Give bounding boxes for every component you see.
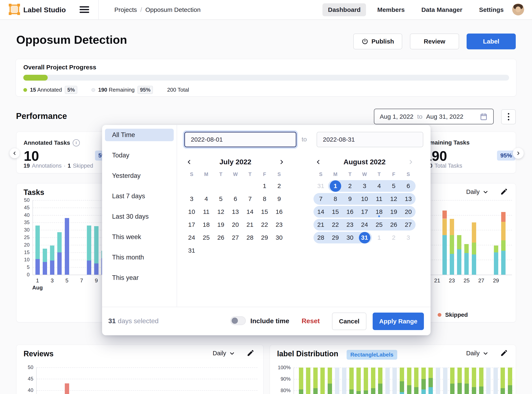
calendar-day-17[interactable]: 17 xyxy=(184,219,199,231)
calendar-day-31[interactable]: 31 xyxy=(313,180,328,192)
date-range-trigger[interactable]: Aug 1, 2022 to Aug 31, 2022 xyxy=(374,109,494,124)
edit-chart-icon[interactable] xyxy=(500,349,508,357)
preset-today[interactable]: Today xyxy=(105,149,174,162)
label-button[interactable]: Label xyxy=(467,34,516,49)
preset-all-time[interactable]: All Time xyxy=(105,129,174,141)
calendar-day-19[interactable]: 19 xyxy=(386,206,401,218)
calendar-day-26[interactable]: 26 xyxy=(386,219,401,231)
edit-chart-icon[interactable] xyxy=(247,349,255,357)
include-time-toggle[interactable] xyxy=(230,316,246,325)
nav-item-members[interactable]: Members xyxy=(372,3,410,16)
calendar-day-15[interactable]: 15 xyxy=(328,206,343,218)
calendar-day-5[interactable]: 5 xyxy=(214,193,228,205)
hamburger-menu-icon[interactable] xyxy=(80,6,89,13)
calendar-day-15[interactable]: 15 xyxy=(257,206,272,218)
carousel-next-button[interactable] xyxy=(513,148,524,159)
prev-month-icon[interactable] xyxy=(184,157,194,167)
preset-this-year[interactable]: This year xyxy=(105,272,174,284)
calendar-day-24[interactable]: 24 xyxy=(184,232,199,244)
calendar-day-13[interactable]: 13 xyxy=(401,193,416,205)
calendar-day-31[interactable]: 31 xyxy=(357,232,372,244)
avatar[interactable] xyxy=(512,4,524,16)
preset-this-month[interactable]: This month xyxy=(105,251,174,264)
calendar-day-24[interactable]: 24 xyxy=(357,219,372,231)
breadcrumb-projects-link[interactable]: Projects xyxy=(114,6,137,13)
calendar-day-25[interactable]: 25 xyxy=(199,232,214,244)
calendar-day-3[interactable]: 3 xyxy=(184,193,199,205)
calendar-day-4[interactable]: 4 xyxy=(372,180,386,192)
carousel-prev-button[interactable] xyxy=(10,148,20,158)
next-month-icon[interactable] xyxy=(277,157,287,167)
prev-month-icon[interactable] xyxy=(313,157,323,167)
reset-button[interactable]: Reset xyxy=(302,317,320,325)
calendar-day-16[interactable]: 16 xyxy=(272,206,287,218)
calendar-day-23[interactable]: 23 xyxy=(272,219,287,231)
calendar-day-5[interactable]: 5 xyxy=(386,180,401,192)
calendar-day-28[interactable]: 28 xyxy=(243,232,257,244)
calendar-day-1[interactable]: 1 xyxy=(257,180,272,192)
calendar-day-1[interactable]: 1 xyxy=(372,232,386,244)
publish-button[interactable]: Publish xyxy=(353,34,402,49)
calendar-day-6[interactable]: 6 xyxy=(228,193,243,205)
nav-item-data-manager[interactable]: Data Manager xyxy=(416,3,468,16)
calendar-day-9[interactable]: 9 xyxy=(343,193,357,205)
calendar-day-10[interactable]: 10 xyxy=(357,193,372,205)
calendar-day-9[interactable]: 9 xyxy=(272,193,287,205)
review-button[interactable]: Review xyxy=(410,34,459,49)
calendar-day-6[interactable]: 6 xyxy=(401,180,416,192)
calendar-day-23[interactable]: 23 xyxy=(343,219,357,231)
calendar-day-13[interactable]: 13 xyxy=(228,206,243,218)
calendar-day-2[interactable]: 2 xyxy=(386,232,401,244)
calendar-day-27[interactable]: 27 xyxy=(401,219,416,231)
calendar-day-10[interactable]: 10 xyxy=(184,206,199,218)
calendar-day-14[interactable]: 14 xyxy=(243,206,257,218)
calendar-day-30[interactable]: 30 xyxy=(343,232,357,244)
calendar-day-11[interactable]: 11 xyxy=(199,206,214,218)
calendar-day-12[interactable]: 12 xyxy=(386,193,401,205)
kebab-menu-button[interactable] xyxy=(501,109,516,124)
calendar-day-20[interactable]: 20 xyxy=(401,206,416,218)
calendar-day-20[interactable]: 20 xyxy=(228,219,243,231)
calendar-day-2[interactable]: 2 xyxy=(272,180,287,192)
calendar-day-16[interactable]: 16 xyxy=(343,206,357,218)
calendar-day-29[interactable]: 29 xyxy=(257,232,272,244)
calendar-day-7[interactable]: 7 xyxy=(243,193,257,205)
calendar-day-27[interactable]: 27 xyxy=(228,232,243,244)
next-month-icon[interactable] xyxy=(406,157,416,167)
nav-item-settings[interactable]: Settings xyxy=(474,3,509,16)
end-date-input[interactable]: 2022-08-31 xyxy=(317,132,423,147)
annotations-period-select[interactable]: Daily xyxy=(466,188,488,195)
calendar-day-22[interactable]: 22 xyxy=(257,219,272,231)
calendar-day-30[interactable]: 30 xyxy=(272,232,287,244)
preset-last-30-days[interactable]: Last 30 days xyxy=(105,210,174,223)
calendar-day-4[interactable]: 4 xyxy=(199,193,214,205)
preset-this-week[interactable]: This week xyxy=(105,231,174,243)
cancel-button[interactable]: Cancel xyxy=(332,313,366,330)
calendar-day-17[interactable]: 17 xyxy=(357,206,372,218)
calendar-day-29[interactable]: 29 xyxy=(328,232,343,244)
calendar-day-3[interactable]: 3 xyxy=(357,180,372,192)
preset-last-7-days[interactable]: Last 7 days xyxy=(105,190,174,202)
reviews-period-select[interactable]: Daily xyxy=(213,350,235,357)
calendar-day-25[interactable]: 25 xyxy=(372,219,386,231)
calendar-day-2[interactable]: 2 xyxy=(343,180,357,192)
calendar-day-14[interactable]: 14 xyxy=(313,206,328,218)
start-date-input[interactable]: 2022-08-01 xyxy=(184,132,296,147)
calendar-day-3[interactable]: 3 xyxy=(401,232,416,244)
calendar-day-11[interactable]: 11 xyxy=(372,193,386,205)
apply-range-button[interactable]: Apply Range xyxy=(373,313,424,330)
nav-item-dashboard[interactable]: Dashboard xyxy=(323,3,366,16)
calendar-day-7[interactable]: 7 xyxy=(313,193,328,205)
calendar-day-12[interactable]: 12 xyxy=(214,206,228,218)
calendar-day-18[interactable]: 18 xyxy=(199,219,214,231)
calendar-day-19[interactable]: 19 xyxy=(214,219,228,231)
label-studio-logo-icon[interactable] xyxy=(10,5,19,14)
calendar-day-21[interactable]: 21 xyxy=(243,219,257,231)
calendar-day-22[interactable]: 22 xyxy=(328,219,343,231)
calendar-day-28[interactable]: 28 xyxy=(313,232,328,244)
distribution-period-select[interactable]: Daily xyxy=(466,350,488,357)
calendar-day-21[interactable]: 21 xyxy=(313,219,328,231)
edit-chart-icon[interactable] xyxy=(500,188,508,196)
calendar-day-8[interactable]: 8 xyxy=(328,193,343,205)
info-icon[interactable]: i xyxy=(73,139,80,146)
